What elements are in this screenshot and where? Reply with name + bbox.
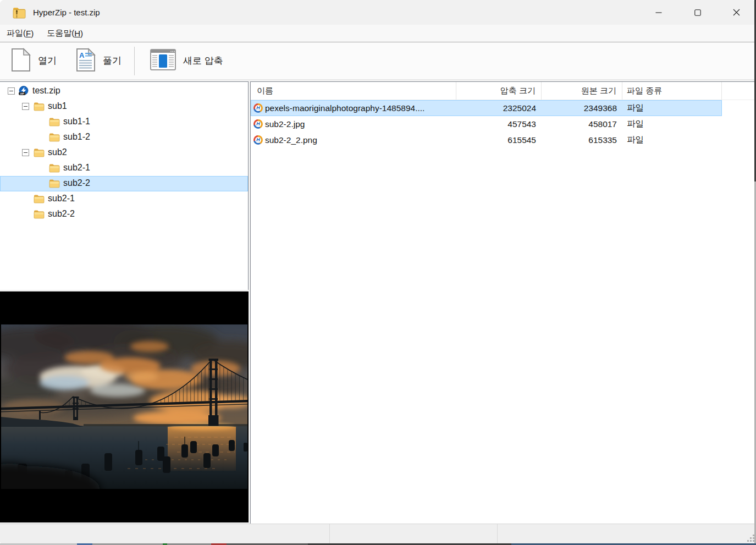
folder-icon: [49, 178, 60, 189]
folder-tree-panel[interactable]: ZIPtest.zipsub1sub1-1sub1-2sub2sub2-1sub…: [0, 81, 249, 290]
original-size: 458017: [542, 119, 622, 129]
column-header-compressed-size[interactable]: 압축 크기: [456, 82, 542, 100]
status-section-3: [498, 524, 756, 543]
file-list-header: 이름 압축 크기 원본 크기 파일 종류: [251, 82, 756, 100]
maximize-button[interactable]: [678, 0, 717, 25]
column-header-file-type[interactable]: 파일 종류: [622, 82, 722, 100]
file-row-1[interactable]: Hsub2-2.jpg457543458017파일: [251, 116, 722, 132]
hyperzip-file-icon: H: [253, 119, 263, 129]
tree-view: ZIPtest.zipsub1sub1-1sub1-2sub2sub2-1sub…: [0, 82, 248, 222]
menu-item-1[interactable]: 도움말(H): [40, 25, 90, 42]
folder-icon: [49, 117, 60, 127]
tree-item-sub1[interactable]: sub1: [0, 99, 248, 114]
status-bar: [0, 524, 756, 543]
file-row-0[interactable]: Hpexels-maoriginalphotography-1485894...…: [251, 100, 722, 116]
tree-item-sub1-1[interactable]: sub1-1: [0, 114, 248, 130]
column-header-original-size[interactable]: 원본 크기: [542, 82, 622, 100]
compressed-size: 615545: [456, 135, 542, 145]
hyperzip-window: HyperZip - test.zip 파일(F)도움말(H) 열기A풀기새로 …: [0, 0, 756, 545]
folder-icon: [34, 209, 45, 219]
svg-text:A: A: [79, 51, 85, 59]
tree-item-sub1-2[interactable]: sub1-2: [0, 130, 248, 145]
column-header-name[interactable]: 이름: [251, 82, 456, 100]
file-rows: Hpexels-maoriginalphotography-1485894...…: [251, 100, 756, 148]
file-type: 파일: [622, 118, 722, 130]
folder-icon: [34, 194, 45, 204]
close-icon: [733, 9, 740, 16]
zip-folder-icon: [12, 6, 26, 19]
tree-item-sub2-1[interactable]: sub2-1: [0, 191, 248, 207]
tree-item-test.zip[interactable]: ZIPtest.zip: [0, 84, 248, 99]
image-preview-panel: [0, 291, 249, 522]
resize-grip-icon[interactable]: [746, 533, 754, 542]
folder-icon: [34, 101, 45, 112]
toolbar-separator: [134, 47, 135, 75]
close-button[interactable]: [717, 0, 756, 25]
maximize-icon: [694, 9, 701, 16]
folder-icon: [49, 132, 60, 142]
hyperzip-file-icon: H: [253, 103, 263, 113]
tree-expander-icon[interactable]: [22, 103, 29, 110]
toolbar-button-2[interactable]: 새로 압축: [142, 44, 231, 78]
minimize-icon: [655, 9, 662, 16]
sunset-bridge-photo: [1, 324, 247, 489]
file-type: 파일: [622, 102, 722, 114]
tree-item-sub2[interactable]: sub2: [0, 145, 248, 161]
menu-item-0[interactable]: 파일(F): [0, 25, 40, 42]
tree-item-sub2-1[interactable]: sub2-1: [0, 161, 248, 176]
file-name: pexels-maoriginalphotography-1485894....: [265, 103, 424, 113]
new-archive-icon: [150, 49, 176, 73]
original-size: 615335: [542, 135, 622, 145]
main-area: ZIPtest.zipsub1sub1-1sub1-2sub2sub2-1sub…: [0, 80, 756, 524]
window-controls: [639, 0, 756, 25]
file-name: sub2-2_2.png: [265, 135, 317, 145]
file-row-2[interactable]: Hsub2-2_2.png615545615335파일: [251, 132, 722, 148]
open-document-icon: [11, 48, 31, 74]
folder-icon: [34, 147, 45, 158]
compressed-size: 457543: [456, 119, 542, 129]
window-title: HyperZip - test.zip: [33, 8, 100, 17]
toolbar-button-0[interactable]: 열기: [3, 44, 65, 78]
tree-expander-icon[interactable]: [8, 87, 15, 95]
file-type: 파일: [622, 134, 722, 146]
compressed-size: 2325024: [456, 103, 542, 113]
file-list-panel[interactable]: 이름 압축 크기 원본 크기 파일 종류 Hpexels-maoriginalp…: [250, 81, 756, 524]
minimize-button[interactable]: [639, 0, 678, 25]
file-name: sub2-2.jpg: [265, 119, 305, 129]
extract-document-icon: A: [76, 48, 96, 74]
original-size: 2349368: [542, 103, 622, 113]
tree-item-sub2-2[interactable]: sub2-2: [0, 176, 248, 191]
tree-expander-icon[interactable]: [22, 149, 29, 156]
toolbar-button-1[interactable]: A풀기: [68, 44, 130, 78]
tree-item-sub2-2[interactable]: sub2-2: [0, 207, 248, 222]
folder-icon: [49, 163, 60, 173]
svg-text:ZIP: ZIP: [20, 92, 24, 95]
title-bar: HyperZip - test.zip: [0, 0, 756, 25]
hyperzip-file-icon: H: [253, 135, 263, 145]
status-section-1: [0, 524, 330, 543]
zip-archive-icon: ZIP: [18, 86, 29, 96]
status-section-2: [330, 524, 498, 543]
menu-bar: 파일(F)도움말(H): [0, 25, 756, 42]
toolbar: 열기A풀기새로 압축: [0, 42, 756, 80]
